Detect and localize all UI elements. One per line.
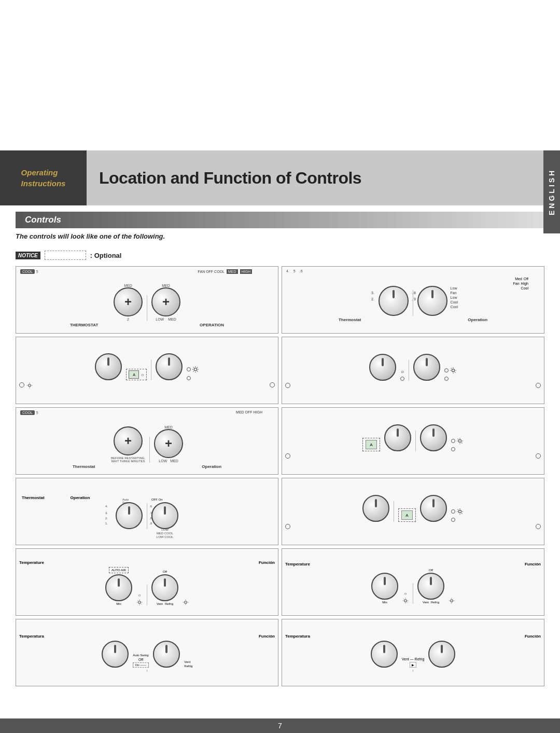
notice-dashed-box: [45, 251, 86, 260]
header-line1: Operating: [21, 168, 58, 177]
header-right: Location and Function of Controls: [87, 150, 560, 205]
panel12-row: Vent — Refrig ▶: [285, 641, 541, 668]
panel11-knob-left[interactable]: [102, 641, 129, 668]
panel6-knob-right[interactable]: [420, 424, 447, 451]
panel2-operation-knob[interactable]: [417, 286, 447, 316]
top-space: [0, 0, 560, 150]
panel-12-temperatura-funcion2: Temperatura Función Vent — Refrig ▶ ↑: [282, 619, 544, 686]
panel1-fan-label: FAN OFF COOL: [198, 270, 225, 273]
svg-point-4: [458, 510, 461, 513]
notice-badge: NOTICE: [16, 252, 40, 259]
panel1-knobs-row: MED 2 MED LOWMED: [19, 284, 275, 321]
header-title: Location and Function of Controls: [99, 169, 361, 188]
panel10-knob-left[interactable]: [371, 573, 398, 600]
panel11-row: Auto Swing Off On —— Vent Refrig: [19, 641, 275, 668]
gear-icon-2: [26, 382, 33, 389]
gear-icon-1: [192, 366, 199, 373]
header-section: Operating Instructions Location and Func…: [0, 150, 560, 205]
svg-point-3: [458, 439, 461, 442]
panel1-labels: THERMOSTAT OPERATION: [19, 323, 275, 327]
svg-point-5: [138, 601, 141, 603]
controls-bar: Controls: [16, 212, 544, 228]
panel1-thermostat-knob[interactable]: [114, 287, 143, 316]
header-left: Operating Instructions: [0, 150, 87, 205]
panel12-knob-right[interactable]: [428, 641, 455, 668]
panel-5-plus-labeled: COOL 5 MED OFF HIGH BEFORE RESTARTING,WA…: [16, 407, 278, 475]
gear-icon-7: [183, 599, 189, 605]
svg-point-6: [185, 601, 187, 603]
page-footer: 7: [0, 718, 560, 733]
panel9-knob-right[interactable]: [151, 574, 178, 601]
gear-icon-5: [456, 508, 464, 515]
panel3-dashed-display: A ○: [126, 369, 146, 380]
panel-10-temp-funcion2: Temperature Función Min ○ Off: [282, 548, 544, 616]
header-left-text: Operating Instructions: [21, 167, 66, 189]
panel8-knob-right[interactable]: [420, 495, 447, 522]
gear-icon-4: [456, 437, 464, 445]
gear-icon-3: [450, 367, 457, 374]
panel-3-lcd-knobs: A ○: [16, 337, 278, 404]
page-container: ENGLISH Operating Instructions Location …: [0, 0, 560, 733]
panel-9-temp-funcion: Temperature Función AUTO AIR Min ○: [16, 548, 278, 616]
svg-point-7: [404, 599, 407, 602]
panel7-thermostat-knob[interactable]: [116, 502, 143, 529]
panel12-knob-left[interactable]: [371, 641, 398, 668]
panel9-auto-air: AUTO AIR: [109, 567, 129, 573]
panel2-thermostat-knob[interactable]: [379, 286, 409, 316]
panel6-dashed: A: [362, 438, 380, 451]
panel9-row: AUTO AIR Min ○ Off VentRefrig: [19, 567, 275, 605]
panel-8-dashed-lcd2: A: [282, 478, 544, 545]
gear-icon-8: [402, 598, 409, 604]
panel5-operation-knob[interactable]: [154, 429, 183, 458]
main-content: Controls The controls will look like one…: [0, 205, 560, 718]
panel1-badge: COOL: [20, 269, 35, 274]
panel-1-plus-knobs: COOL 5 FAN OFF COOL MED HIGH MED 2: [16, 266, 278, 334]
panel5-thermostat-knob[interactable]: [114, 426, 143, 455]
panel9-knob-left[interactable]: [105, 574, 132, 601]
panel4-row: ○: [285, 354, 541, 381]
panel-4-simple-knobs: ○: [282, 337, 544, 404]
panel3-knob-right[interactable]: [156, 353, 183, 380]
panel11-knob-right[interactable]: [153, 641, 180, 668]
panel8-row: A: [285, 495, 541, 522]
panel-7-auto-swing: Thermostat Operation Auto Swing 4. 3. 2.…: [16, 478, 278, 545]
panel10-row: Min ○ Off VentRefrig: [285, 569, 541, 604]
english-sidebar-tab: ENGLISH: [543, 150, 560, 233]
panel-6-dashed-lcd: A: [282, 407, 544, 475]
panel7-operation-knob[interactable]: [151, 502, 178, 529]
page-number: 7: [278, 722, 282, 730]
panel-11-temperatura-funcion: Temperatura Función Auto Swing Off On ——…: [16, 619, 278, 686]
controls-description: The controls will look like one of the f…: [16, 232, 544, 240]
controls-grid: COOL 5 FAN OFF COOL MED HIGH MED 2: [16, 266, 544, 686]
panel2-knobs-row: 3. 2. . 8 . 9 Low Fan Low Cool Cool: [285, 286, 541, 316]
panel7-row: Auto Swing 4. 3. 2. 1. .6 .7 .8 .9: [19, 502, 275, 529]
english-label: ENGLISH: [548, 169, 556, 215]
svg-point-8: [451, 599, 453, 602]
svg-point-0: [194, 368, 197, 370]
panel3-row: A ○: [19, 353, 275, 380]
notice-row: NOTICE : Optional: [16, 245, 544, 263]
panel3-knob-left[interactable]: [95, 353, 122, 380]
panel5-labels: Thermostat Operation: [19, 464, 275, 469]
panel4-knob-right[interactable]: [413, 354, 440, 381]
panel8-dashed: A: [398, 508, 416, 522]
panel6-knob-left[interactable]: [384, 424, 411, 451]
panel10-knob-right[interactable]: [417, 573, 444, 600]
panel1-operation-knob[interactable]: [151, 287, 180, 316]
gear-icon-9: [449, 598, 455, 604]
svg-point-1: [29, 384, 31, 387]
panel6-row: A: [285, 424, 541, 451]
notice-optional-label: : Optional: [90, 252, 122, 259]
panel8-knob-left[interactable]: [362, 495, 389, 522]
gear-icon-6: [136, 599, 143, 605]
panel5-knobs-row: BEFORE RESTARTING,WAIT THREE MINUTES MED…: [19, 425, 275, 463]
panel4-knob-left[interactable]: [369, 354, 396, 381]
panel2-labels: Thermostat Operation: [285, 317, 541, 322]
svg-point-2: [452, 369, 454, 371]
panel-2-dial-knobs: 4.5.6 Med Off Fan High Cool 3.: [282, 266, 544, 334]
header-line2: Instructions: [21, 179, 66, 188]
controls-label: Controls: [25, 215, 61, 225]
